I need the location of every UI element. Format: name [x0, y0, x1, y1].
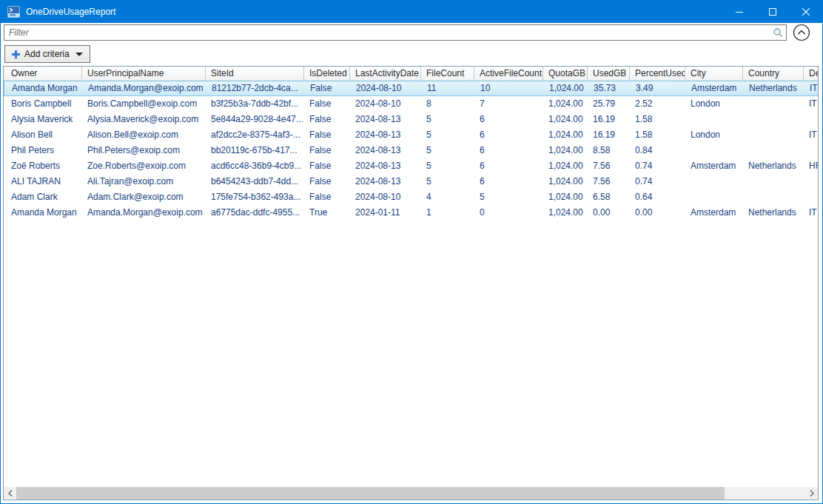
cell-city: London: [685, 96, 743, 112]
cell-lastActivityDate: 2024-08-10: [350, 189, 421, 205]
cell-quotaGB: 1,024.00: [543, 158, 588, 174]
window-title: OneDriveUsageReport: [26, 7, 722, 17]
cell-isDeleted: False: [304, 174, 350, 189]
cell-quotaGB: 1,024.00: [543, 205, 588, 221]
column-header-quotaGB[interactable]: QuotaGB: [543, 67, 588, 80]
cell-department: IT: [804, 205, 819, 221]
cell-country: Netherlands: [743, 158, 804, 174]
cell-fileCount: 5: [421, 158, 474, 174]
cell-lastActivityDate: 2024-08-13: [350, 174, 421, 189]
table-row[interactable]: Boris CampbellBoris.Campbell@exoip.comb3…: [4, 96, 819, 112]
cell-userPrincipalName: Amanda.Morgan@exoip.com: [83, 81, 206, 95]
cell-country: [743, 143, 804, 158]
scroll-left-button[interactable]: [4, 487, 16, 500]
cell-isDeleted: True: [304, 205, 350, 221]
filter-input[interactable]: [4, 24, 787, 41]
cell-isDeleted: False: [304, 143, 350, 158]
cell-lastActivityDate: 2024-01-11: [350, 205, 421, 221]
table-row[interactable]: Alison BellAlison.Bell@exoip.comaf2dcc2e…: [4, 127, 819, 143]
powershell-icon: [7, 6, 20, 18]
table-row[interactable]: Phil PetersPhil.Peters@exoip.combb20119c…: [4, 143, 819, 158]
cell-department: IT: [804, 96, 819, 112]
cell-lastActivityDate: 2024-08-13: [350, 143, 421, 158]
cell-usedGB: 7.56: [588, 174, 630, 189]
column-header-usedGB[interactable]: UsedGB: [588, 67, 630, 80]
cell-country: Netherlands: [743, 205, 804, 221]
cell-percentUsed: 0.74: [630, 174, 685, 189]
cell-userPrincipalName: Zoe.Roberts@exoip.com: [82, 158, 206, 174]
column-header-city[interactable]: City: [685, 67, 743, 80]
cell-userPrincipalName: Phil.Peters@exoip.com: [82, 143, 206, 158]
cell-usedGB: 16.19: [588, 127, 630, 143]
cell-city: [685, 189, 743, 205]
cell-siteId: 5e844a29-9028-4e47...: [206, 112, 304, 127]
table-row[interactable]: Alysia MaverickAlysia.Maverick@exoip.com…: [4, 112, 819, 127]
cell-activeFileCount: 6: [474, 174, 543, 189]
collapse-filter-button[interactable]: [791, 23, 812, 42]
column-header-country[interactable]: Country: [743, 67, 804, 80]
cell-percentUsed: 1.58: [630, 112, 685, 127]
filter-box: [4, 24, 787, 41]
table-row[interactable]: Amanda MorganAmanda.Morgan@exoip.com8121…: [4, 81, 819, 96]
cell-percentUsed: 3.49: [631, 81, 686, 95]
minimize-button[interactable]: [722, 1, 756, 23]
column-header-isDeleted[interactable]: IsDeleted: [304, 67, 350, 80]
column-header-siteId[interactable]: SiteId: [206, 67, 304, 80]
cell-quotaGB: 1,024.00: [543, 127, 588, 143]
cell-usedGB: 0.00: [588, 205, 630, 221]
grid-header: OwnerUserPrincipalNameSiteIdIsDeletedLas…: [4, 67, 819, 81]
cell-lastActivityDate: 2024-08-13: [350, 112, 421, 127]
cell-owner: Amanda Morgan: [4, 205, 82, 221]
cell-city: [685, 143, 743, 158]
maximize-icon: [769, 8, 776, 16]
cell-usedGB: 25.79: [588, 96, 630, 112]
cell-department: IT: [804, 127, 819, 143]
cell-country: [743, 174, 804, 189]
table-row[interactable]: Zoë RobertsZoe.Roberts@exoip.comacd6cc48…: [4, 158, 819, 174]
results-grid: OwnerUserPrincipalNameSiteIdIsDeletedLas…: [3, 66, 819, 500]
titlebar: OneDriveUsageReport: [1, 1, 822, 23]
scrollbar-thumb[interactable]: [16, 487, 725, 500]
column-header-userPrincipalName[interactable]: UserPrincipalName: [82, 67, 206, 80]
table-row[interactable]: Adam ClarkAdam.Clark@exoip.com175fe754-b…: [4, 189, 819, 205]
table-row[interactable]: ALI TAJRANAli.Tajran@exoip.comb6454243-d…: [4, 174, 819, 189]
cell-userPrincipalName: Adam.Clark@exoip.com: [82, 189, 206, 205]
cell-quotaGB: 1,024.00: [543, 174, 588, 189]
cell-department: [804, 112, 819, 127]
cell-department: HR: [804, 158, 819, 174]
cell-department: [804, 143, 819, 158]
chevron-right-icon: [810, 490, 814, 497]
column-header-fileCount[interactable]: FileCount: [421, 67, 474, 80]
cell-owner: Alysia Maverick: [4, 112, 82, 127]
column-header-percentUsed[interactable]: PercentUsed: [630, 67, 685, 80]
cell-lastActivityDate: 2024-08-10: [351, 81, 422, 95]
table-row[interactable]: Amanda MorganAmanda.Morgan@exoip.coma677…: [4, 205, 819, 221]
column-header-department[interactable]: Department: [804, 67, 819, 80]
scrollbar-track[interactable]: [16, 487, 805, 500]
cell-userPrincipalName: Boris.Campbell@exoip.com: [82, 96, 206, 112]
cell-percentUsed: 2.52: [630, 96, 685, 112]
cell-activeFileCount: 0: [474, 205, 543, 221]
cell-activeFileCount: 6: [474, 143, 543, 158]
criteria-toolbar: Add criteria: [1, 42, 822, 66]
column-header-owner[interactable]: Owner: [4, 67, 82, 80]
cell-isDeleted: False: [304, 96, 350, 112]
cell-quotaGB: 1,024.00: [543, 143, 588, 158]
column-header-lastActivityDate[interactable]: LastActivityDate: [350, 67, 421, 80]
cell-owner: Adam Clark: [4, 189, 82, 205]
cell-country: [743, 189, 804, 205]
cell-activeFileCount: 10: [475, 81, 544, 95]
column-header-activeFileCount[interactable]: ActiveFileCount: [474, 67, 543, 80]
scroll-right-button[interactable]: [805, 487, 818, 500]
cell-fileCount: 5: [421, 143, 474, 158]
close-button[interactable]: [789, 1, 822, 23]
cell-activeFileCount: 7: [474, 96, 543, 112]
horizontal-scrollbar[interactable]: [4, 487, 818, 500]
cell-country: [743, 127, 804, 143]
cell-fileCount: 11: [422, 81, 475, 95]
maximize-button[interactable]: [756, 1, 789, 23]
add-criteria-button[interactable]: Add criteria: [4, 45, 90, 63]
cell-usedGB: 16.19: [588, 112, 630, 127]
filter-row: [1, 23, 822, 42]
cell-fileCount: 5: [421, 174, 474, 189]
